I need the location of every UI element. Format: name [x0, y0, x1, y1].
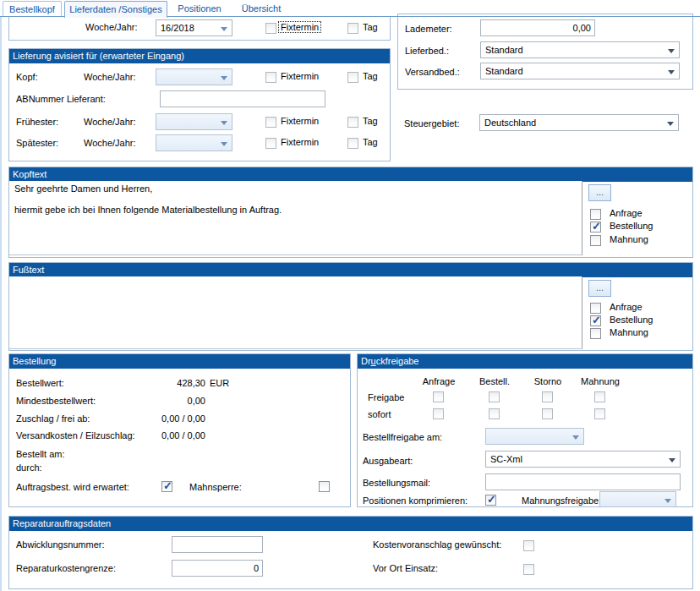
- lieferbed-label: Lieferbed.:: [405, 46, 449, 56]
- bestellfreigabe-label: Bestellfreigabe am:: [363, 432, 442, 442]
- sofort-anfrage-checkbox[interactable]: [433, 408, 444, 419]
- lademeter-label: Lademeter:: [405, 24, 452, 34]
- panel-left-edge: [0, 16, 2, 591]
- fusstext-bestellung-checkbox[interactable]: [590, 315, 601, 326]
- kopf-week-select[interactable]: [156, 68, 232, 85]
- chevron-down-icon: [572, 435, 579, 440]
- bestellwert-currency: EUR: [210, 378, 229, 388]
- steuergebiet-select[interactable]: Deutschland: [479, 114, 679, 131]
- kopftext-more-button[interactable]: ...: [588, 184, 611, 201]
- durch-label: durch:: [16, 462, 42, 473]
- chevron-down-icon: [668, 70, 675, 74]
- fixtermin-checkbox[interactable]: [265, 23, 276, 34]
- chevron-down-icon: [221, 76, 227, 80]
- fusstext-anfrage-checkbox[interactable]: [590, 303, 601, 314]
- abwicklungsnummer-input[interactable]: [172, 536, 263, 553]
- sofort-bestell-checkbox[interactable]: [489, 408, 500, 419]
- bestellungsmail-input[interactable]: [485, 473, 681, 490]
- sofort-mahnung-checkbox[interactable]: [594, 408, 605, 419]
- tag-label: Tag: [363, 71, 378, 81]
- tag-label: Tag: [363, 137, 378, 147]
- freigabe-anfrage-checkbox[interactable]: [433, 391, 444, 402]
- steuergebiet-label: Steuergebiet:: [404, 118, 459, 129]
- chevron-down-icon: [221, 27, 227, 31]
- avisiert-header: Lieferung avisiert für (erwarteter Einga…: [9, 49, 390, 63]
- sofort-storno-checkbox[interactable]: [542, 408, 553, 419]
- versandbed-select[interactable]: Standard: [480, 63, 680, 79]
- fusstext-mahnung-checkbox[interactable]: [590, 328, 601, 339]
- sofort-row-label: sofort: [368, 409, 391, 419]
- kostenvoranschlag-checkbox[interactable]: [523, 540, 534, 551]
- kopftext-anfrage-checkbox[interactable]: [590, 209, 601, 220]
- druckfreigabe-header: Druckfreigabe: [358, 354, 692, 369]
- fruehester-tag-checkbox[interactable]: [347, 117, 358, 128]
- positionen-komprimieren-checkbox[interactable]: [485, 495, 496, 506]
- tag-checkbox[interactable]: [347, 23, 358, 34]
- tab-bestellkopf[interactable]: Bestellkopf: [3, 1, 62, 16]
- shipping-box: Lademeter: Lieferbed.: Standard Versandb…: [397, 14, 693, 90]
- chevron-down-icon: [667, 122, 674, 126]
- freigabe-storno-checkbox[interactable]: [542, 391, 553, 402]
- fusstext-bestellung-label: Bestellung: [610, 315, 653, 325]
- bestellwert-label: Bestellwert:: [16, 378, 64, 388]
- col-storno-label: Storno: [522, 376, 573, 386]
- versandbed-label: Versandbed.:: [405, 67, 460, 77]
- fusstext-box: Fußtext ... Anfrage Bestellung Mahnung: [8, 262, 693, 351]
- week-year-label: Woche/Jahr:: [85, 22, 138, 32]
- mahnsperre-checkbox[interactable]: [319, 481, 330, 492]
- week-year-select[interactable]: 16/2018: [156, 19, 232, 36]
- kopftext-bestellung-checkbox[interactable]: [590, 222, 601, 233]
- tab-positionen[interactable]: Positionen: [169, 1, 230, 16]
- chevron-down-icon: [221, 142, 227, 146]
- positionen-komprimieren-label: Positionen komprimieren:: [363, 495, 468, 506]
- kopftext-mahnung-checkbox[interactable]: [590, 235, 601, 246]
- kopf-tag-checkbox[interactable]: [347, 72, 358, 83]
- spaetester-fixtermin-checkbox[interactable]: [265, 138, 276, 149]
- versandkosten-value: 0,00 / 0,00: [85, 430, 205, 441]
- mahnungsfreigabe-select[interactable]: [599, 491, 676, 507]
- abnummer-input[interactable]: [160, 90, 325, 107]
- week-year-label: Woche/Jahr:: [84, 138, 136, 148]
- freigabe-mahnung-checkbox[interactable]: [594, 391, 605, 402]
- reparaturkostengrenze-input[interactable]: [172, 560, 263, 577]
- fixtermin-label: Fixtermin: [281, 137, 319, 147]
- order-form-window: Bestellkopf Lieferdaten /Sonstiges Posit…: [0, 0, 700, 591]
- ausgabeart-select[interactable]: SC-Xml: [485, 451, 681, 468]
- fixtermin-label: Fixtermin: [281, 116, 319, 126]
- druckfreigabe-box: Druckfreigabe Anfrage Bestell. Storno Ma…: [357, 353, 693, 507]
- tab-uebersicht[interactable]: Übersicht: [233, 1, 289, 16]
- spaetester-week-select[interactable]: [156, 134, 232, 151]
- lademeter-input[interactable]: [480, 19, 595, 36]
- vor-ort-einsatz-label: Vor Ort Einsatz:: [373, 563, 438, 573]
- mahnungsfreigabe-label: Mahnungsfreigabe:: [522, 495, 601, 506]
- kopftext-box: Kopftext Sehr geehrte Damen und Herren, …: [8, 167, 693, 258]
- abnummer-label: ABNummer Lieferant:: [16, 94, 106, 104]
- kopftext-anfrage-label: Anfrage: [610, 208, 643, 218]
- auftragsbest-label: Auftragsbest. wird erwartet:: [16, 482, 129, 492]
- reparatur-box: Reparaturauftragsdaten Abwicklungsnummer…: [8, 516, 693, 589]
- kopftext-textarea[interactable]: Sehr geehrte Damen und Herren, hiermit g…: [9, 181, 582, 255]
- auftragsbest-checkbox[interactable]: [161, 481, 172, 492]
- chevron-down-icon: [669, 458, 675, 462]
- kopf-fixtermin-checkbox[interactable]: [265, 72, 276, 83]
- chevron-down-icon: [664, 499, 671, 503]
- reparaturkostengrenze-label: Reparaturkostengrenze:: [16, 563, 116, 573]
- fixtermin-label[interactable]: Fixtermin: [279, 22, 320, 32]
- tab-lieferdaten-sonstiges[interactable]: Lieferdaten /Sonstiges: [64, 1, 167, 18]
- tag-label: Tag: [363, 116, 378, 126]
- kopf-label: Kopf:: [16, 72, 38, 82]
- freigabe-bestell-checkbox[interactable]: [489, 391, 500, 402]
- avisiert-box: Lieferung avisiert für (erwarteter Einga…: [8, 48, 391, 161]
- bestellfreigabe-select[interactable]: [485, 428, 584, 445]
- tag-label: Tag: [363, 22, 378, 32]
- fruehester-week-select[interactable]: [156, 113, 232, 130]
- spaetester-tag-checkbox[interactable]: [347, 138, 358, 149]
- ausgabeart-value: SC-Xml: [490, 454, 522, 464]
- bestellung-box: Bestellung Bestellwert: 428,30 EUR Minde…: [8, 353, 351, 507]
- lieferbed-select[interactable]: Standard: [480, 41, 680, 58]
- fusstext-more-button[interactable]: ...: [588, 280, 611, 297]
- vor-ort-einsatz-checkbox[interactable]: [523, 564, 534, 575]
- fruehester-fixtermin-checkbox[interactable]: [265, 117, 276, 128]
- col-bestell-label: Bestell.: [469, 376, 520, 386]
- fusstext-textarea[interactable]: [9, 276, 582, 349]
